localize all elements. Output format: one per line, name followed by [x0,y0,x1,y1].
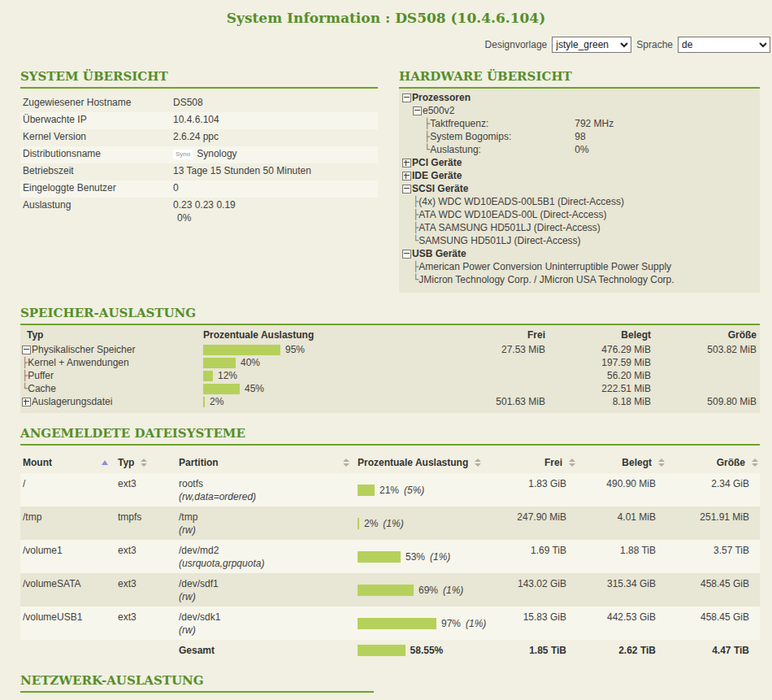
network-usage-section: NETZWERK-AUSLASTUNG Schnittstellen Empfa… [0,673,772,700]
template-select-label: Designvorlage [485,39,548,50]
cpu-prop-row: System Bogomips: 98 [402,130,755,143]
memory-usage-section: SPEICHER-AUSLASTUNG Typ Prozentuale Ausl… [0,306,772,413]
usage-percent: 95% [285,343,305,356]
fs-type: ext3 [118,610,179,637]
memory-used-value: 197.59 MiB [549,356,654,369]
usage-bar [358,551,401,563]
memory-size-value: 503.82 MiB [654,343,760,356]
fs-usage-inode-percent: (5%) [404,484,424,497]
filesystem-row-volumesata: /volumeSATA ext3 /dev/sdf1 (rw) 69% (1%)… [20,573,760,607]
network-table-header: Schnittstellen Empfangen Gesendet Fehler… [20,696,374,700]
tree-branch-icon [22,356,28,369]
system-row-value: 0 [173,181,378,194]
memory-type-label: Auslagerungsdatei [32,395,112,408]
heading-rule [20,87,378,89]
tree-branch-icon [413,208,419,221]
usage-bar [203,358,236,368]
sort-icon[interactable] [658,459,665,467]
tree-branch-icon [424,130,430,143]
collapse-icon[interactable] [402,185,411,193]
fs-mount: /tmp [20,510,118,537]
fs-mount-options: (rw) [179,590,358,603]
distribution-name: Synology [197,148,236,159]
fs-mount-options: (rw) [179,624,358,637]
sort-icon[interactable] [475,459,481,467]
fs-size: 458.45 GiB [666,610,760,637]
network-table: Schnittstellen Empfangen Gesendet Fehler… [20,696,760,700]
collapse-icon[interactable] [22,346,31,354]
language-select[interactable]: de [678,37,770,53]
fs-partition: rootfs [179,477,358,490]
scsi-device-row: ATA SAMSUNG HD501LJ (Direct-Access) [402,221,755,234]
column-header-size[interactable]: Größe [666,457,760,468]
fs-partition: /dev/sdf1 [179,577,358,590]
tree-node-processors[interactable]: Prozessoren [402,91,755,104]
fs-usage-percent: 2% [364,517,378,530]
column-header-free[interactable]: Frei [488,457,577,468]
tree-node-pci[interactable]: PCI Geräte [402,156,755,169]
tree-node-cpu[interactable]: e500v2 [402,104,755,117]
cpu-prop-label: System Bogomips: [430,130,575,143]
tree-node-usb[interactable]: USB Geräte [402,247,755,260]
expand-icon[interactable] [402,172,411,180]
memory-type-label: Physikalischer Speicher [32,343,135,356]
sort-icon[interactable] [141,459,147,467]
usage-bar [358,645,406,656]
memory-type-label: Puffer [28,369,54,382]
usage-bar [203,371,213,381]
usb-device-name: JMicron Technology Corp. / JMicron USA T… [419,273,674,286]
tree-branch-icon [424,143,430,156]
expand-icon[interactable] [22,398,31,407]
tree-node-ide[interactable]: IDE Geräte [402,169,755,182]
heading-rule [20,444,760,446]
fs-usage-percent: 21% [379,484,399,497]
fs-usage-inode-percent: (1%) [430,550,450,563]
expand-icon[interactable] [402,159,411,167]
system-overview-section: SYSTEM ÜBERSICHT Zugewiesener Hostname D… [20,56,378,225]
system-row-label: Überwachte IP [23,113,173,126]
sort-asc-icon[interactable] [102,460,108,465]
tree-node-label: USB Geräte [412,247,466,260]
column-header-size: Größe [654,328,760,341]
scsi-device-name: ATA SAMSUNG HD501LJ (Direct-Access) [419,221,601,234]
fs-size: 3.57 TiB [666,543,760,570]
fs-total-size: 4.47 TiB [666,643,760,657]
fs-size: 2.34 GiB [666,476,760,503]
column-header-partition[interactable]: Partition [179,457,358,468]
memory-table-header: Typ Prozentuale Auslastung Frei Belegt G… [20,327,760,343]
load-percent-value: 0% [173,211,378,224]
column-header-type[interactable]: Typ [118,457,179,468]
sort-icon[interactable] [569,459,575,467]
fs-free: 1.69 TiB [488,543,577,570]
template-select[interactable]: jstyle_green [552,37,631,53]
column-header-mount[interactable]: Mount [20,457,118,468]
memory-row-swap: Auslagerungsdatei 2% 501.63 MiB 8.18 MiB… [20,395,760,408]
memory-used-value: 476.29 MiB [549,343,654,356]
column-header-usage[interactable]: Prozentuale Auslastung [358,457,488,468]
system-row-label: Distributionsname [23,147,173,160]
filesystem-row-tmp: /tmp tmpfs /tmp (rw) 2% (1%) 247.90 MiB … [20,507,760,540]
fs-total-usage: 58.55% [410,644,444,657]
filesystems-heading: ANGEMELDETE DATEISYSTEME [20,426,760,441]
sort-icon[interactable] [343,459,349,467]
fs-mount: / [20,476,118,503]
collapse-icon[interactable] [413,107,422,115]
tree-node-scsi[interactable]: SCSI Geräte [402,182,755,195]
memory-usage-heading: SPEICHER-AUSLASTUNG [20,306,760,320]
collapse-icon[interactable] [402,93,411,102]
fs-mount-options: (rw,data=ordered) [179,490,358,503]
fs-total-free: 1.85 TiB [488,643,577,657]
tree-node-label: e500v2 [423,104,454,117]
tree-branch-icon [22,382,28,395]
system-row-users: Eingeloggte Benutzer 0 [20,180,378,198]
scsi-device-name: (4x) WDC WD10EADS-00L5B1 (Direct-Access) [419,195,624,208]
memory-usage-table: Typ Prozentuale Auslastung Frei Belegt G… [20,325,760,413]
sort-icon[interactable] [752,459,758,467]
column-header-used[interactable]: Belegt [577,457,666,468]
system-row-label: Zugewiesener Hostname [23,96,173,109]
filesystem-row-root: / ext3 rootfs (rw,data=ordered) 21% (5%)… [20,473,760,507]
memory-row-kernel: Kernel + Anwendungen 40% 197.59 MiB [20,356,760,369]
system-row-ip: Überwachte IP 10.4.6.104 [20,112,378,129]
collapse-icon[interactable] [402,250,411,259]
cpu-prop-label: Taktfrequenz: [430,117,575,130]
